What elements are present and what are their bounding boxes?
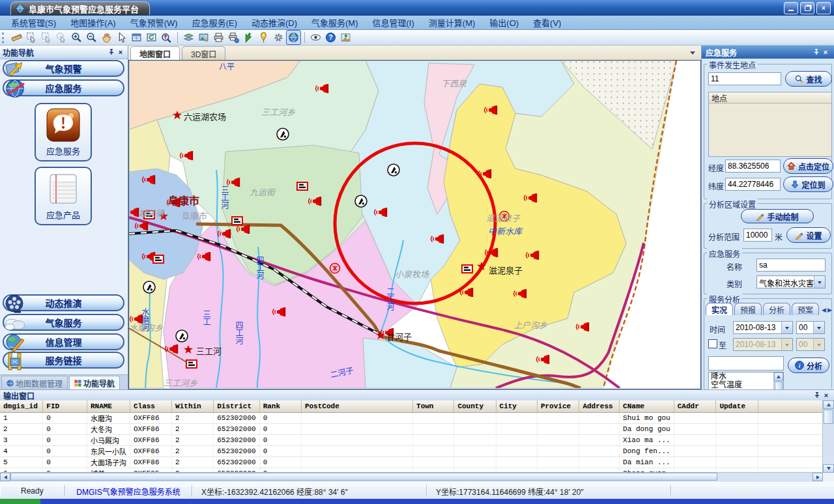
table-column-header[interactable]: City [496,400,537,413]
pin-icon[interactable] [812,391,822,400]
table-column-header[interactable]: District [214,400,259,413]
menu-item[interactable]: 地图操作(A) [63,14,122,31]
scroll-right-icon[interactable] [812,473,823,481]
menu-item[interactable]: 应急服务(E) [185,14,244,31]
range-set-button[interactable]: 设置 [786,227,831,243]
menu-item[interactable]: 信息管理(I) [366,14,422,31]
table-column-header[interactable]: CName [620,400,674,413]
table-column-header[interactable]: CAddr [674,400,716,413]
refresh-view-icon[interactable] [145,31,158,44]
sidebar-item-dynamic-deduction[interactable]: 动态推演 [3,294,124,311]
pick-arrow-icon[interactable] [242,31,255,44]
table-column-header[interactable]: County [454,400,496,413]
zoom-scale-icon[interactable] [160,31,173,44]
element-preview-box[interactable] [708,356,784,371]
full-extent-icon[interactable] [130,31,143,44]
sidebar-item-service-links[interactable]: 服务链接 [3,352,124,369]
table-row[interactable]: 10水磨沟OXFF8626523020000Shui mo gou [0,413,823,424]
close-button[interactable]: × [816,2,831,14]
tab-forecast[interactable]: 预报 [734,303,762,315]
menu-item[interactable]: 查看(V) [526,14,568,31]
menu-item[interactable]: 测量计算(M) [422,14,483,31]
to-date-select[interactable]: 2010-08-13 [733,338,793,351]
menu-item[interactable]: 输出(O) [482,14,526,31]
menu-item[interactable]: 系统管理(S) [4,14,63,31]
scroll-up-icon[interactable] [823,400,834,409]
table-column-header[interactable]: RNAME [87,400,130,413]
location-result-list[interactable]: 地点 [708,92,832,157]
manual-draw-button[interactable]: 手动绘制 [741,209,814,223]
table-column-header[interactable]: Town [413,400,454,413]
latitude-input[interactable] [725,178,781,191]
placemark-icon[interactable] [257,31,270,44]
measure-icon[interactable] [10,31,23,44]
export-image-icon[interactable] [197,31,210,44]
tab-map-window[interactable]: 地图窗口 [130,46,180,60]
sidebar-item-weather-warning[interactable]: 气象预警 [3,60,124,77]
map-canvas[interactable]: 六运湖农场 三工河乡 下西泉 九运街 阜康市 城关镇 阜康市 滋泥泉子 中新水库… [128,60,701,389]
close-icon[interactable]: × [116,48,125,57]
table-column-header[interactable]: FID [43,400,87,413]
table-column-header[interactable] [758,400,823,413]
to-hour-select[interactable]: 00 [796,338,825,351]
list-item[interactable]: 空气温度 [709,381,774,389]
table-column-header[interactable]: Update [716,400,758,413]
service-name-input[interactable] [756,259,826,272]
chevron-down-icon[interactable] [687,48,697,57]
longitude-input[interactable] [725,160,781,173]
search-button[interactable]: 查找 [785,71,832,87]
table-row[interactable]: 30小马厩沟OXFF8626523020000Xiao ma ... [0,435,823,446]
output-vertical-scrollbar[interactable] [822,400,834,473]
table-column-header[interactable]: Class [130,400,171,413]
sidebar-item-info-management[interactable]: 信息管理 [3,333,124,350]
sidebar-item-emergency-service[interactable]: 应急服务 [3,79,124,96]
settings-gear-icon[interactable] [272,31,285,44]
analysis-range-input[interactable] [743,229,772,242]
scene-image-icon[interactable] [339,31,352,44]
select-shape-icon[interactable] [40,31,53,44]
eye-icon[interactable] [309,31,323,44]
print-icon[interactable] [212,31,225,44]
sidebar-item-weather-service[interactable]: 气象服务 [3,314,124,331]
weather-element-list[interactable]: 降水空气温度 [708,372,784,389]
location-search-input[interactable] [708,72,781,85]
pin-icon[interactable] [107,48,116,57]
locate-to-button[interactable]: 定位到 [783,176,833,192]
scroll-down-icon[interactable] [823,464,834,473]
menu-item[interactable]: 气象服务(M) [304,14,366,31]
menu-item[interactable]: 动态推演(D) [244,14,304,31]
date-select[interactable]: 2010-08-13 [733,321,793,334]
tab-analysis[interactable]: 分析 [763,303,790,315]
table-column-header[interactable]: dmgis_id [0,400,43,413]
close-icon[interactable]: × [821,48,830,57]
tab-scroll-arrows[interactable]: ◀▶ [820,305,832,315]
layers-icon[interactable] [182,31,195,44]
hour-select[interactable]: 00 [796,321,825,334]
list-scrollbar[interactable] [773,372,783,389]
pin-icon[interactable] [812,48,821,57]
table-column-header[interactable]: Provice [537,400,579,413]
pan-hand-icon[interactable] [100,31,113,44]
to-checkbox[interactable] [708,339,717,348]
close-icon[interactable]: × [822,391,831,400]
pointer-icon[interactable] [115,31,128,44]
tab-3d-window[interactable]: 3D窗口 [182,46,225,60]
service-type-select[interactable]: 气象和洪水灾害 [756,275,826,288]
globe-tool-icon[interactable] [287,31,300,44]
help-icon[interactable]: ? [324,31,338,44]
select-point-icon[interactable] [55,31,68,44]
tab-function-nav[interactable]: 功能导航 [69,376,120,389]
table-row[interactable]: 40东风一小队OXFF8626523020000Dong fen... [0,446,823,457]
dropdown-arrow-icon[interactable] [814,276,825,288]
select-rect-icon[interactable] [25,31,38,44]
zoom-in-icon[interactable] [70,31,83,44]
menu-item[interactable]: 气象预警(W) [123,14,185,31]
toolbar-grip[interactable] [2,33,7,43]
dropdown-arrow-icon[interactable] [781,322,792,333]
locate-click-button[interactable]: 点击定位 [783,158,833,174]
zoom-out-icon[interactable] [85,31,98,44]
scroll-left-icon[interactable] [0,473,10,481]
restore-button[interactable] [800,2,814,14]
table-column-header[interactable]: Address [579,400,620,413]
table-column-header[interactable]: PostCode [301,400,412,413]
